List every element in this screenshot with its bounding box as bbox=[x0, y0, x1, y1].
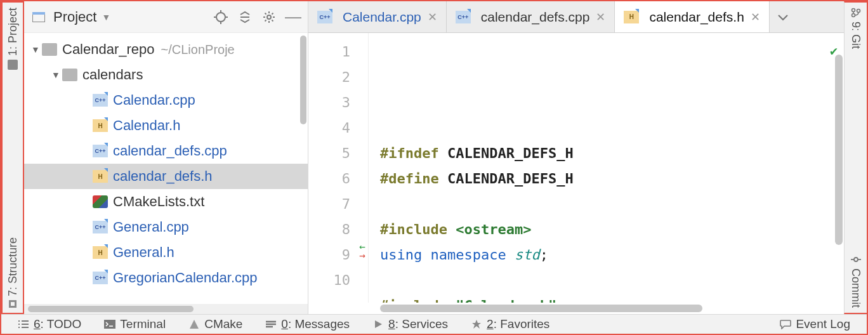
tree-file[interactable]: General.cpp bbox=[24, 214, 308, 240]
terminal-tool-button[interactable]: Terminal bbox=[94, 317, 176, 331]
line-number[interactable]: 4 bbox=[308, 115, 350, 141]
svg-point-19 bbox=[857, 10, 860, 13]
commit-icon bbox=[849, 254, 862, 265]
cpp-file-icon bbox=[93, 221, 108, 233]
close-icon[interactable]: ✕ bbox=[428, 10, 437, 24]
code-line[interactable]: #include "Calendar.h" bbox=[380, 293, 844, 303]
git-tool-tab[interactable]: 9: Git bbox=[849, 3, 862, 54]
svg-marker-35 bbox=[375, 320, 382, 328]
hide-icon[interactable]: — bbox=[284, 8, 303, 27]
tree-file[interactable]: Calendar.h bbox=[24, 113, 308, 138]
line-number[interactable]: 6 bbox=[308, 166, 350, 192]
line-number[interactable]: 5 bbox=[308, 141, 350, 166]
code-line[interactable] bbox=[380, 192, 844, 217]
tab-label: Calendar.cpp bbox=[343, 10, 421, 25]
svg-marker-31 bbox=[190, 320, 199, 329]
event-log-button[interactable]: Event Log bbox=[770, 317, 860, 331]
settings-icon[interactable] bbox=[260, 8, 279, 27]
tree-file[interactable]: calendar_defs.h bbox=[24, 164, 308, 189]
project-tool-label: 1: Project bbox=[6, 8, 20, 56]
tree-folder[interactable]: calendars bbox=[24, 62, 308, 88]
services-label: 8 bbox=[388, 317, 395, 331]
structure-icon bbox=[9, 300, 16, 308]
locate-icon[interactable] bbox=[211, 8, 230, 27]
star-icon bbox=[471, 319, 482, 330]
terminal-label: Terminal bbox=[120, 317, 166, 331]
tree-file-label: CMakeLists.txt bbox=[113, 194, 204, 210]
editor-tab[interactable]: calendar_defs.cpp✕ bbox=[447, 1, 615, 32]
project-dropdown-icon[interactable]: ▼ bbox=[102, 12, 110, 22]
expand-arrow-icon[interactable] bbox=[49, 70, 62, 80]
tree-file-label: calendar_defs.h bbox=[113, 168, 213, 185]
cpp-file-icon bbox=[93, 145, 108, 157]
svg-line-13 bbox=[265, 13, 266, 14]
project-vscroll[interactable] bbox=[300, 36, 306, 124]
svg-rect-1 bbox=[32, 12, 45, 15]
code-line[interactable]: #include <ostream> bbox=[380, 217, 844, 242]
editor-tab[interactable]: calendar_defs.h✕ bbox=[615, 1, 769, 32]
svg-line-15 bbox=[265, 20, 266, 21]
tree-file[interactable]: CMakeLists.txt bbox=[24, 189, 308, 214]
tree-path-hint: ~/CLionProje bbox=[161, 43, 235, 57]
editor-vscroll[interactable] bbox=[835, 55, 843, 245]
services-tool-button[interactable]: 8: Services bbox=[362, 317, 458, 331]
code-line[interactable]: #define CALENDAR_DEFS_H bbox=[380, 166, 844, 192]
tab-label: calendar_defs.h bbox=[649, 10, 744, 25]
line-number-gutter: ←→ 12345678910 bbox=[308, 33, 369, 303]
project-tree[interactable]: Calendar_repo~/CLionProjecalendarsCalend… bbox=[24, 33, 308, 304]
terminal-icon bbox=[104, 319, 115, 330]
cmake-icon bbox=[188, 319, 200, 330]
tree-root[interactable]: Calendar_repo~/CLionProje bbox=[24, 37, 308, 62]
line-number[interactable]: 2 bbox=[308, 65, 350, 90]
cmake-tool-button[interactable]: CMake bbox=[178, 317, 253, 331]
tree-file[interactable]: Calendar.cpp bbox=[24, 88, 308, 113]
project-panel: Project ▼ — Calendar_repo~/CLionProjecal… bbox=[24, 1, 308, 314]
code-line[interactable]: #ifndef CALENDAR_DEFS_H bbox=[380, 141, 844, 166]
tree-file-label: General.h bbox=[113, 244, 174, 261]
hdr-file-icon bbox=[93, 170, 108, 183]
hdr-file-icon bbox=[93, 246, 108, 259]
services-icon bbox=[372, 319, 384, 330]
editor-body[interactable]: ←→ 12345678910 ✔ #ifndef CALENDAR_DEFS_H… bbox=[308, 33, 844, 303]
close-icon[interactable]: ✕ bbox=[751, 10, 760, 24]
messages-label: 0 bbox=[281, 317, 288, 331]
svg-point-2 bbox=[216, 13, 225, 22]
favorites-tool-button[interactable]: 2: Favorites bbox=[461, 317, 560, 331]
list-icon bbox=[18, 319, 29, 330]
svg-rect-29 bbox=[104, 320, 115, 329]
tree-file-label: GregorianCalendar.cpp bbox=[113, 270, 257, 286]
tabs-more-icon[interactable] bbox=[770, 1, 796, 32]
structure-tool-tab[interactable]: 7: Structure bbox=[6, 232, 20, 313]
tree-file-label: calendar_defs.cpp bbox=[113, 143, 227, 159]
close-icon[interactable]: ✕ bbox=[596, 10, 605, 24]
code-line[interactable] bbox=[380, 268, 844, 293]
commit-tool-tab[interactable]: Commit bbox=[849, 249, 862, 313]
line-number[interactable]: 8 bbox=[308, 217, 350, 242]
code-line[interactable]: using namespace std; bbox=[380, 242, 844, 268]
cpp-file-icon bbox=[93, 94, 108, 107]
project-hscroll[interactable] bbox=[24, 304, 308, 314]
line-number[interactable]: 9 bbox=[308, 242, 350, 268]
line-number[interactable]: 10 bbox=[308, 268, 350, 293]
editor-tab[interactable]: Calendar.cpp✕ bbox=[308, 1, 447, 32]
code-area[interactable]: ✔ #ifndef CALENDAR_DEFS_H#define CALENDA… bbox=[369, 33, 844, 303]
editor-hscroll[interactable] bbox=[308, 303, 844, 314]
line-number[interactable]: 1 bbox=[308, 39, 350, 65]
project-tool-tab[interactable]: 1: Project bbox=[6, 3, 20, 75]
tree-label: Calendar_repo bbox=[62, 41, 155, 58]
todo-tool-button[interactable]: 6: TODO bbox=[8, 317, 91, 331]
tree-file[interactable]: GregorianCalendar.cpp bbox=[24, 265, 308, 291]
expand-all-icon[interactable] bbox=[235, 8, 254, 27]
vcs-change-icon[interactable]: ←→ bbox=[359, 242, 365, 260]
messages-tool-button[interactable]: 0: Messages bbox=[255, 317, 360, 331]
branch-icon bbox=[849, 8, 862, 18]
cpp-file-icon bbox=[317, 11, 332, 23]
project-view-icon[interactable] bbox=[29, 8, 48, 27]
favorites-label: 2 bbox=[487, 317, 494, 331]
line-number[interactable]: 3 bbox=[308, 90, 350, 115]
folder-icon bbox=[8, 60, 18, 70]
line-number[interactable]: 7 bbox=[308, 192, 350, 217]
expand-arrow-icon[interactable] bbox=[29, 44, 42, 55]
tree-file[interactable]: calendar_defs.cpp bbox=[24, 138, 308, 164]
tree-file[interactable]: General.h bbox=[24, 240, 308, 265]
